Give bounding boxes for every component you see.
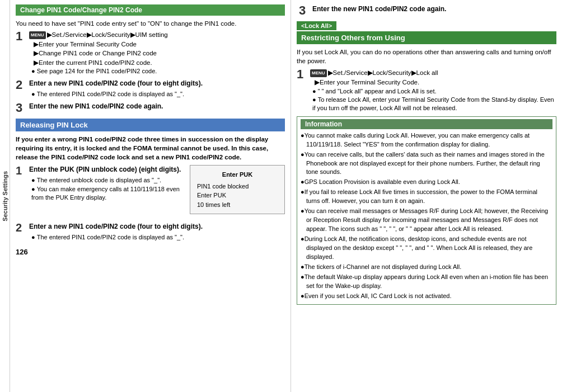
page-number-area: 126 xyxy=(16,248,285,256)
info-bullet: ●You cannot make calls during Lock All. … xyxy=(301,131,552,149)
step3-right: 3 Enter the new PIN1 code/PIN2 code agai… xyxy=(297,4,556,17)
info-bullet: ●GPS Location Provision is available eve… xyxy=(301,178,552,187)
menu-icon: MENU xyxy=(29,31,46,39)
step1-nav-text: ▶Set./Service▶Lock/Security▶UIM setting xyxy=(47,31,168,38)
step2-rel-num: 2 xyxy=(16,222,27,233)
puk-line3: 10 times left xyxy=(197,200,278,210)
info-bullet: ●Even if you set Lock All, IC Card Lock … xyxy=(301,292,552,301)
lock-all-tag: <Lock All> xyxy=(297,21,336,30)
step3-content: Enter the new PIN1 code/PIN2 code again. xyxy=(29,102,285,113)
step3-num: 3 xyxy=(16,102,27,114)
lock-all-section: <Lock All> Restricting Others from Using… xyxy=(297,21,556,113)
information-box: Information ●You cannot make calls durin… xyxy=(297,116,556,305)
step3-right-label: Enter the new PIN1 code/PIN2 code again. xyxy=(312,4,556,14)
step1-lockall-bullet1: " " and "Lock all" appear and Lock All i… xyxy=(312,87,556,96)
step1-lockall-nav-text: ▶Set./Service▶Lock/Security▶Lock all xyxy=(328,69,438,76)
step1-num: 1 xyxy=(16,30,27,42)
page-number: 126 xyxy=(16,248,28,256)
sidebar-label: Security Settings xyxy=(2,171,8,221)
step3-change: 3 Enter the new PIN1 code/PIN2 code agai… xyxy=(16,102,285,114)
step1-change: 1 MENU▶Set./Service▶Lock/Security▶UIM se… xyxy=(16,30,285,75)
lock-all-header: Restricting Others from Using xyxy=(297,31,556,44)
right-column: 3 Enter the new PIN1 code/PIN2 code agai… xyxy=(291,0,562,392)
puk-box: Enter PUK PIN1 code blocked Enter PUK 10… xyxy=(190,165,285,214)
information-bullets: ●You cannot make calls during Lock All. … xyxy=(301,131,552,301)
releasing-header: Releasing PIN Lock xyxy=(16,119,285,131)
step2-change: 2 Enter a new PIN1 code/PIN2 code (four … xyxy=(16,79,285,98)
sidebar: Security Settings xyxy=(0,0,10,392)
puk-line1: PIN1 code blocked xyxy=(197,182,278,191)
releasing-intro: If you enter a wrong PIN1 code/PIN2 code… xyxy=(16,135,285,162)
step2-label: Enter a new PIN1 code/PIN2 code (four to… xyxy=(29,79,285,88)
step1-sub1: ▶Enter your Terminal Security Code xyxy=(34,40,285,49)
step1-lockall-sub1: ▶Enter your Terminal Security Code. xyxy=(315,78,556,87)
step2-rel-bullet: The entered PIN1 code/PIN2 code is displ… xyxy=(31,233,285,242)
info-bullet: ●You can receive calls, but the callers'… xyxy=(301,150,552,177)
step3-right-step: 3 Enter the new PIN1 code/PIN2 code agai… xyxy=(299,4,556,17)
step2-rel-label: Enter a new PIN1 code/PIN2 code (four to… xyxy=(29,222,285,232)
puk-line2: Enter PUK xyxy=(197,191,278,200)
releasing-section: Releasing PIN Lock If you enter a wrong … xyxy=(16,119,285,242)
info-bullet: ●During Lock All, the notification icons… xyxy=(301,235,552,262)
main-content: Change PIN1 Code/Change PIN2 Code You ne… xyxy=(10,0,562,392)
menu-icon-2: MENU xyxy=(310,69,327,77)
information-header: Information xyxy=(301,119,552,129)
step3-right-num: 3 xyxy=(299,4,310,17)
info-bullet: ●If you fail to release Lock All five ti… xyxy=(301,188,552,206)
step3-right-content: Enter the new PIN1 code/PIN2 code again. xyxy=(312,4,556,16)
step2-releasing: 2 Enter a new PIN1 code/PIN2 code (four … xyxy=(16,222,285,242)
step2-content: Enter a new PIN1 code/PIN2 code (four to… xyxy=(29,79,285,98)
step2-bullet: The entered PIN1 code/PIN2 code is displ… xyxy=(31,90,285,98)
left-column: Change PIN1 Code/Change PIN2 Code You ne… xyxy=(10,0,291,392)
step1-lockall-num: 1 xyxy=(297,68,308,81)
step1-lockall-content: MENU▶Set./Service▶Lock/Security▶Lock all… xyxy=(310,68,556,113)
step1-rel-content: Enter PUK PIN1 code blocked Enter PUK 10… xyxy=(29,165,285,219)
step1-sub3: ▶Enter the current PIN1 code/PIN2 code. xyxy=(34,58,285,67)
step1-lockall-nav: MENU▶Set./Service▶Lock/Security▶Lock all xyxy=(310,68,556,78)
info-bullet: ●The tickers of i-Channel are not displa… xyxy=(301,263,552,272)
step2-rel-content: Enter a new PIN1 code/PIN2 code (four to… xyxy=(29,222,285,242)
step1-content: MENU▶Set./Service▶Lock/Security▶UIM sett… xyxy=(29,30,285,75)
step1-lockall: 1 MENU▶Set./Service▶Lock/Security▶Lock a… xyxy=(297,68,556,113)
info-bullet: ●You can receive mail messages or Messag… xyxy=(301,207,552,234)
step2-num: 2 xyxy=(16,79,27,91)
change-pin-intro: You need to have set "PIN1 code entry se… xyxy=(16,19,285,28)
step1-lockall-bullet2: To release Lock All, enter your Terminal… xyxy=(312,96,556,113)
step1-bullet: See page 124 for the PIN1 code/PIN2 code… xyxy=(31,67,285,75)
step1-releasing: 1 Enter PUK PIN1 code blocked Enter PUK … xyxy=(16,165,285,219)
change-pin-header: Change PIN1 Code/Change PIN2 Code xyxy=(16,4,285,16)
info-bullet: ●The default Wake-up display appears dur… xyxy=(301,273,552,291)
lock-all-intro: If you set Lock All, you can do no opera… xyxy=(297,48,556,65)
step1-rel-num: 1 xyxy=(16,165,27,176)
step1-sub2: ▶Change PIN1 code or Change PIN2 code xyxy=(34,49,285,58)
step1-nav: MENU▶Set./Service▶Lock/Security▶UIM sett… xyxy=(29,30,285,40)
puk-title: Enter PUK xyxy=(197,170,278,180)
step3-label: Enter the new PIN1 code/PIN2 code again. xyxy=(29,102,285,111)
